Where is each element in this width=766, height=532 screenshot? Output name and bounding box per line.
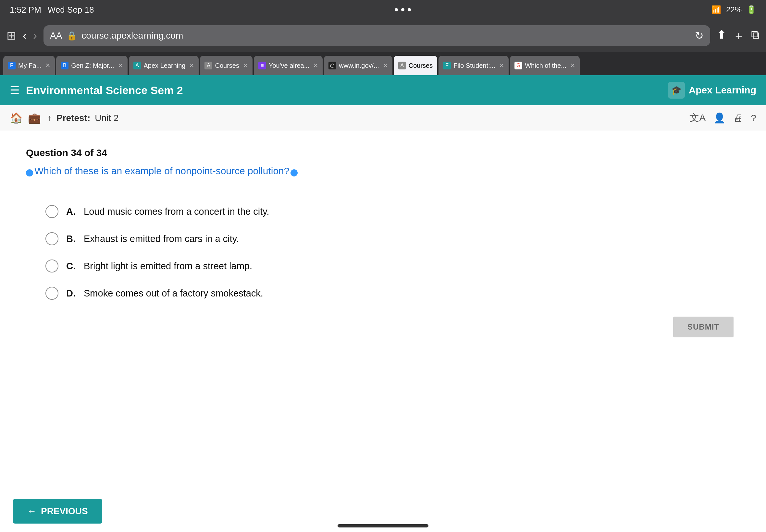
briefcase-icon[interactable]: 💼 (28, 112, 41, 124)
browser-actions: ⬆ ＋ ⧉ (717, 28, 760, 44)
course-title: Environmental Science Sem 2 (26, 84, 183, 97)
pretest-label: Pretest: (56, 113, 90, 123)
tab-label: My Fa... (18, 62, 42, 69)
tab-label: www.in.gov/... (339, 62, 379, 69)
time: 1:52 PM (10, 5, 41, 15)
status-bar-left: 1:52 PM Wed Sep 18 (10, 5, 94, 15)
answer-text-C: Bright light is emitted from a street la… (84, 261, 252, 272)
tab-close-icon[interactable]: ✕ (243, 62, 248, 69)
new-tab-icon[interactable]: ＋ (733, 28, 745, 44)
browser-tab-tab5[interactable]: ≡ You've alrea... ✕ (254, 56, 322, 75)
print-button[interactable]: 🖨 (733, 113, 743, 124)
pretest-value: Unit 2 (95, 113, 118, 123)
browser-controls: ⊞ ‹ › (6, 29, 37, 42)
bottom-nav: ← PREVIOUS (0, 490, 766, 532)
url-text: course.apexlearning.com (81, 30, 183, 41)
radio-B[interactable] (45, 232, 58, 245)
tab-close-icon[interactable]: ✕ (45, 62, 50, 69)
battery-icon: 🔋 (747, 5, 756, 14)
radio-D[interactable] (45, 287, 58, 300)
home-indicator (337, 524, 429, 527)
battery-level: 22% (726, 5, 742, 14)
answer-options: A. Loud music comes from a concert in th… (45, 198, 740, 307)
app-header: ☰ Environmental Science Sem 2 🎓 Apex Lea… (0, 75, 766, 105)
apex-logo: 🎓 Apex Learning (668, 82, 756, 99)
header-right: 🎓 Apex Learning (668, 82, 756, 99)
question-number: Question 34 of 34 (26, 147, 740, 158)
back-button[interactable]: ‹ (23, 29, 27, 42)
tab-favicon: G (515, 62, 522, 69)
translate-button[interactable]: 文A (689, 111, 706, 125)
share-icon[interactable]: ⬆ (717, 28, 726, 44)
browser-tab-tab2[interactable]: B Gen Z: Major... ✕ (56, 56, 127, 75)
browser-tab-tab4[interactable]: A Courses ✕ (200, 56, 252, 75)
tab-favicon: F (443, 62, 451, 69)
forward-button[interactable]: › (33, 29, 37, 42)
up-arrow-icon: ↑ (47, 113, 52, 123)
tab-close-icon[interactable]: ✕ (499, 62, 504, 69)
tab-close-icon[interactable]: ✕ (118, 62, 123, 69)
tabs-icon[interactable]: ⧉ (751, 28, 760, 44)
tab-close-icon[interactable]: ✕ (383, 62, 388, 69)
toolbar: 🏠 💼 ↑ Pretest: Unit 2 文A 👤 🖨 ? (0, 105, 766, 131)
radio-C[interactable] (45, 260, 58, 272)
radio-A[interactable] (45, 205, 58, 218)
tab-label: Courses (409, 62, 433, 69)
tab-favicon: A (133, 62, 141, 69)
reload-button[interactable]: ↻ (695, 30, 704, 42)
selection-handle-left (26, 169, 33, 176)
browser-tab-tab3[interactable]: A Apex Learning ✕ (129, 56, 199, 75)
prev-arrow-icon: ← (27, 506, 36, 516)
question-text: Which of these is an example of nonpoint… (34, 165, 289, 176)
apex-logo-icon: 🎓 (668, 82, 685, 99)
previous-button[interactable]: ← PREVIOUS (13, 499, 102, 524)
answer-letter-C: C. (66, 261, 76, 272)
status-bar: 1:52 PM Wed Sep 18 📶 22% 🔋 (0, 0, 766, 19)
tab-label: You've alrea... (269, 62, 309, 69)
status-bar-dots (395, 8, 411, 11)
dot3 (408, 8, 411, 11)
tab-close-icon[interactable]: ✕ (570, 62, 575, 69)
tab-label: Gen Z: Major... (71, 62, 114, 69)
browser-tab-tab6[interactable]: ⬡ www.in.gov/... ✕ (324, 56, 392, 75)
answer-text-A: Loud music comes from a concert in the c… (84, 206, 269, 217)
submit-button[interactable]: SUBMIT (673, 317, 734, 337)
hamburger-icon[interactable]: ☰ (10, 84, 19, 97)
tab-favicon: F (8, 62, 16, 69)
question-text-container: Which of these is an example of nonpoint… (26, 163, 740, 178)
tab-label: Apex Learning (144, 62, 186, 69)
prev-label: PREVIOUS (41, 506, 88, 516)
browser-tab-tab9[interactable]: G Which of the... ✕ (510, 56, 580, 75)
toolbar-center: ↑ Pretest: Unit 2 (47, 113, 683, 123)
home-icon[interactable]: 🏠 (10, 112, 23, 124)
tab-close-icon[interactable]: ✕ (189, 62, 194, 69)
answer-option-D[interactable]: D. Smoke comes out of a factory smokesta… (45, 280, 740, 307)
aa-label[interactable]: AA (50, 30, 62, 41)
status-bar-right: 📶 22% 🔋 (711, 5, 756, 14)
lock-icon: 🔒 (67, 31, 77, 41)
tab-close-icon[interactable]: ✕ (313, 62, 318, 69)
help-button[interactable]: ? (751, 113, 756, 124)
browser-tab-tab1[interactable]: F My Fa... ✕ (3, 56, 55, 75)
toolbar-right: 文A 👤 🖨 ? (689, 111, 756, 125)
submit-row: SUBMIT (26, 317, 734, 337)
sidebar-toggle-button[interactable]: ⊞ (6, 29, 16, 42)
tab-label: Which of the... (525, 62, 566, 69)
answer-option-C[interactable]: C. Bright light is emitted from a street… (45, 252, 740, 280)
header-left: ☰ Environmental Science Sem 2 (10, 84, 183, 97)
answer-letter-D: D. (66, 288, 76, 299)
address-bar[interactable]: AA 🔒 course.apexlearning.com ↻ (43, 25, 710, 46)
tab-favicon: ⬡ (328, 62, 336, 69)
brand-name: Apex Learning (689, 85, 756, 96)
answer-letter-A: A. (66, 206, 76, 217)
answer-option-B[interactable]: B. Exhaust is emitted from cars in a cit… (45, 225, 740, 252)
answer-text-D: Smoke comes out of a factory smokestack. (84, 288, 263, 299)
tab-favicon: A (204, 62, 212, 69)
toolbar-left: 🏠 💼 (10, 112, 41, 124)
browser-tab-tab8[interactable]: F Filo Student:... ✕ (439, 56, 509, 75)
accessibility-button[interactable]: 👤 (713, 112, 725, 124)
question-divider (26, 186, 740, 186)
browser-tab-tab7[interactable]: A Courses (394, 56, 437, 75)
dot1 (395, 8, 398, 11)
answer-option-A[interactable]: A. Loud music comes from a concert in th… (45, 198, 740, 225)
